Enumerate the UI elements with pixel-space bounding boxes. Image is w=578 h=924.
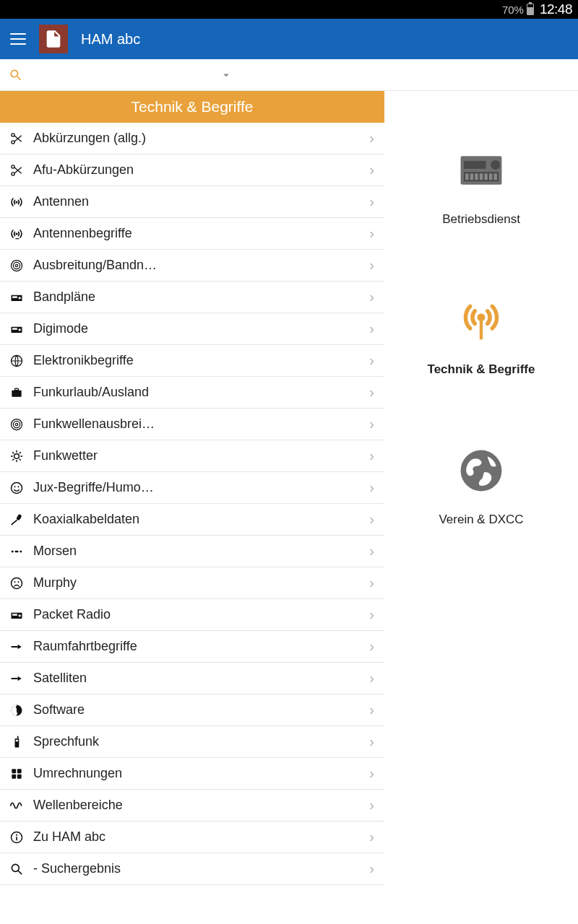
chevron-right-icon: › xyxy=(369,860,374,877)
side-label: Betriebsdienst xyxy=(442,212,520,227)
list-item[interactable]: Funkurlaub/Ausland› xyxy=(0,377,384,409)
list-item-label: Antennen xyxy=(33,194,369,209)
list-item-icon xyxy=(6,163,27,178)
svg-rect-41 xyxy=(12,769,16,773)
svg-rect-42 xyxy=(17,769,22,773)
search-input[interactable] xyxy=(32,65,212,85)
list-item[interactable]: - Suchergebnis› xyxy=(0,853,384,885)
list-item-icon xyxy=(6,131,27,146)
list-item[interactable]: Umrechnungen› xyxy=(0,758,384,790)
list-item-label: Digimode xyxy=(33,321,369,336)
list-item[interactable]: Funkwetter› xyxy=(0,440,384,472)
list-item-label: Koaxialkabeldaten xyxy=(33,512,369,527)
svg-point-48 xyxy=(12,864,19,871)
svg-point-4 xyxy=(16,201,18,203)
list-item[interactable]: Elektronikbegriffe› xyxy=(0,345,384,377)
list-item[interactable]: Wellenbereiche› xyxy=(0,790,384,821)
svg-rect-17 xyxy=(15,388,19,391)
globe-icon xyxy=(452,442,510,500)
chevron-right-icon: › xyxy=(369,130,374,147)
chevron-right-icon: › xyxy=(369,543,374,559)
main-content: Technik & Begriffe Abkürzungen (allg.)›A… xyxy=(0,91,578,924)
list-item-label: Sprechfunk xyxy=(33,734,369,749)
list-item-label: Morsen xyxy=(33,544,369,559)
list-item-label: Satelliten xyxy=(33,671,369,686)
list-item-icon xyxy=(6,798,27,813)
svg-rect-25 xyxy=(16,513,22,520)
svg-rect-16 xyxy=(12,390,21,396)
list-item-label: Umrechnungen xyxy=(33,766,369,781)
svg-rect-27 xyxy=(15,550,19,552)
list-item-label: Elektronikbegriffe xyxy=(33,353,369,368)
list-item-icon xyxy=(6,513,27,527)
svg-point-8 xyxy=(15,264,17,266)
chevron-right-icon: › xyxy=(369,765,374,782)
list-item[interactable]: Abkürzungen (allg.)› xyxy=(0,123,384,154)
side-item-technik[interactable]: Technik & Begriffe xyxy=(428,292,535,377)
svg-point-30 xyxy=(14,581,16,583)
svg-rect-33 xyxy=(12,614,17,616)
list-item[interactable]: Funkwellenausbrei…› xyxy=(0,409,384,440)
svg-rect-59 xyxy=(493,173,496,180)
svg-point-24 xyxy=(18,486,20,487)
list-item-icon xyxy=(6,830,27,845)
list-item[interactable]: Antennenbegriffe› xyxy=(0,218,384,250)
list-item[interactable]: Software› xyxy=(0,694,384,726)
list-item-icon xyxy=(6,862,27,876)
list-item-icon xyxy=(6,290,27,305)
list-item-icon xyxy=(6,258,27,273)
svg-point-22 xyxy=(12,482,22,493)
list-item-label: Funkurlaub/Ausland xyxy=(33,385,369,400)
menu-button[interactable] xyxy=(10,33,26,45)
list-item-label: Packet Radio xyxy=(33,607,369,622)
status-clock: 12:48 xyxy=(540,1,572,17)
svg-rect-56 xyxy=(480,173,483,180)
chevron-right-icon: › xyxy=(369,829,374,845)
svg-rect-58 xyxy=(489,173,492,180)
dropdown-icon[interactable] xyxy=(220,69,233,82)
chevron-right-icon: › xyxy=(369,162,374,178)
radio-icon xyxy=(452,141,510,199)
side-item-verein[interactable]: Verein & DXCC xyxy=(439,442,523,527)
svg-point-19 xyxy=(13,421,20,427)
list-item[interactable]: Morsen› xyxy=(0,536,384,567)
svg-point-28 xyxy=(20,550,22,552)
list-item-label: Funkwellenausbrei… xyxy=(33,417,369,432)
chevron-right-icon: › xyxy=(369,733,374,750)
list-item[interactable]: Koaxialkabeldaten› xyxy=(0,504,384,536)
list-item-icon xyxy=(6,227,27,241)
chevron-right-icon: › xyxy=(369,416,374,432)
list-item[interactable]: Antennen› xyxy=(0,186,384,218)
svg-rect-40 xyxy=(17,736,19,738)
book-icon xyxy=(43,29,64,49)
list-item[interactable]: Satelliten› xyxy=(0,663,384,694)
svg-point-36 xyxy=(16,706,18,708)
list-item[interactable]: Sprechfunk› xyxy=(0,726,384,758)
list-item[interactable]: Raumfahrtbegriffe› xyxy=(0,631,384,663)
list-item[interactable]: Bandpläne› xyxy=(0,282,384,313)
chevron-right-icon: › xyxy=(369,289,374,305)
list-item-label: - Suchergebnis xyxy=(33,861,369,876)
list-item[interactable]: Zu HAM abc› xyxy=(0,821,384,853)
svg-point-20 xyxy=(15,423,17,425)
list-item-label: Bandpläne xyxy=(33,289,369,305)
svg-point-51 xyxy=(491,160,500,170)
list-item[interactable]: Murphy› xyxy=(0,567,384,599)
list-item[interactable]: Ausbreitung/Bandn…› xyxy=(0,250,384,282)
svg-point-18 xyxy=(12,419,22,430)
list-item-icon xyxy=(6,703,27,718)
list-item[interactable]: Packet Radio› xyxy=(0,599,384,631)
list-item-label: Jux-Begriffe/Humo… xyxy=(33,480,369,495)
svg-rect-10 xyxy=(12,296,17,298)
list-item-icon xyxy=(6,449,27,463)
list-item[interactable]: Jux-Begriffe/Humo…› xyxy=(0,472,384,504)
list-item[interactable]: Afu-Abkürzungen› xyxy=(0,154,384,186)
side-label: Verein & DXCC xyxy=(439,513,523,527)
chevron-right-icon: › xyxy=(369,479,374,496)
battery-percent: 70% xyxy=(502,4,524,16)
battery-icon xyxy=(527,4,534,15)
category-list: Abkürzungen (allg.)›Afu-Abkürzungen›Ante… xyxy=(0,123,384,885)
search-icon[interactable] xyxy=(9,68,23,82)
side-item-betriebsdienst[interactable]: Betriebsdienst xyxy=(442,141,520,227)
list-item[interactable]: Digimode› xyxy=(0,313,384,345)
